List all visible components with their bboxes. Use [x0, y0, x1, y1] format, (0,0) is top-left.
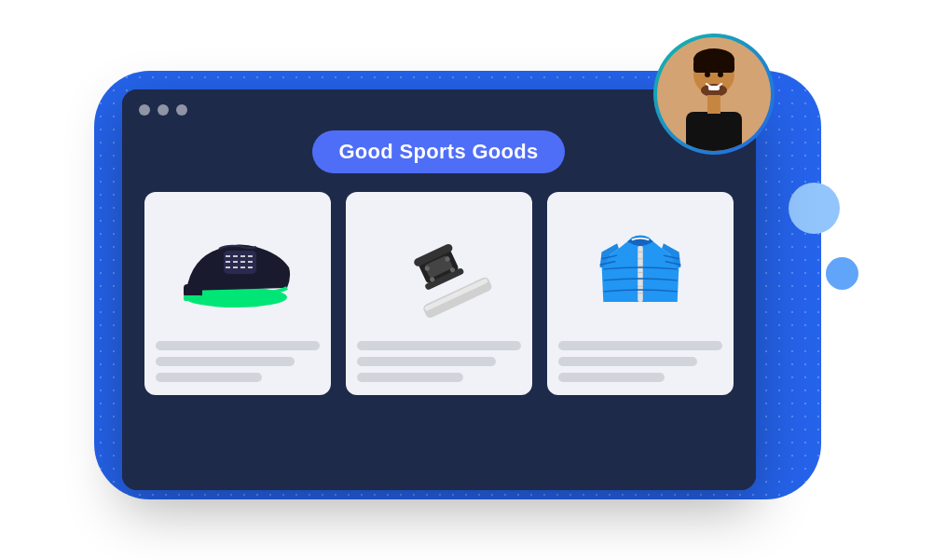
skeleton-lines-snowboard	[357, 341, 521, 382]
skeleton-line	[156, 341, 320, 350]
svg-point-4	[705, 72, 710, 77]
skeleton-lines-shoe	[156, 341, 320, 382]
jacket-svg	[584, 212, 696, 323]
traffic-dot-3	[176, 104, 187, 116]
avatar-illustration	[667, 48, 761, 151]
browser-content: Good Sports Goods	[122, 130, 756, 490]
svg-point-5	[718, 72, 723, 77]
deco-circle-blue-mid	[826, 257, 858, 290]
browser-window: Good Sports Goods	[122, 89, 756, 490]
skeleton-lines-jacket	[558, 341, 722, 382]
skeleton-line	[558, 341, 722, 350]
svg-rect-14	[184, 284, 202, 297]
product-image-shoe	[156, 207, 320, 328]
skeleton-line	[558, 357, 698, 366]
skeleton-line	[558, 373, 665, 382]
svg-rect-6	[708, 86, 720, 90]
product-card-snowboard[interactable]	[346, 192, 532, 395]
snowboard-svg	[383, 212, 495, 323]
svg-rect-15	[184, 295, 202, 301]
product-card-shoe[interactable]	[144, 192, 331, 395]
svg-rect-2	[693, 60, 734, 73]
store-title-badge: Good Sports Goods	[144, 130, 734, 173]
skeleton-line	[156, 357, 295, 366]
store-title: Good Sports Goods	[312, 130, 564, 173]
shoe-svg	[172, 221, 303, 314]
svg-rect-8	[707, 95, 720, 114]
product-grid	[144, 192, 734, 395]
avatar-photo	[657, 37, 771, 151]
traffic-dot-1	[139, 104, 150, 116]
svg-rect-7	[686, 112, 742, 151]
product-image-jacket	[558, 207, 722, 328]
main-scene: Good Sports Goods	[66, 34, 868, 527]
product-image-snowboard	[357, 207, 521, 328]
skeleton-line	[156, 373, 262, 382]
product-card-jacket[interactable]	[547, 192, 734, 395]
avatar	[653, 34, 775, 155]
skeleton-line	[357, 357, 497, 366]
skeleton-line	[357, 373, 463, 382]
deco-circle-blue-light	[789, 183, 840, 234]
traffic-dot-2	[158, 104, 169, 116]
skeleton-line	[357, 341, 521, 350]
